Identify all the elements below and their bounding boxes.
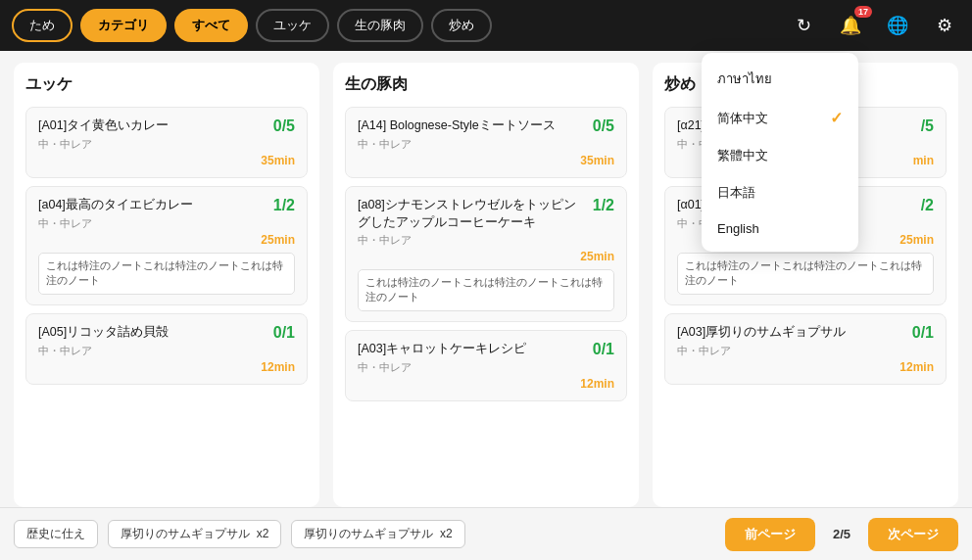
column-yukke-title: ユッケ: [25, 74, 308, 95]
card-yukke-1: [A01]タイ黄色いカレー 0/5 中・中レア 35min: [25, 107, 308, 178]
globe-icon: 🌐: [887, 15, 908, 36]
tab-raw-pork[interactable]: 生の豚肉: [337, 9, 423, 42]
card-yukke-3-title: [A05]リコッタ詰め貝殻: [38, 324, 266, 342]
globe-button[interactable]: 🌐: [882, 10, 913, 41]
footer: 歴史に仕え 厚切りのサムギョプサル x2 厚切りのサムギョプサル x2 前ページ…: [0, 507, 972, 560]
card-yukke-2-title: [a04]最高のタイエビカレー: [38, 197, 266, 214]
card-yukke-3: [A05]リコッタ詰め貝殻 0/1 中・中レア 12min: [25, 313, 308, 385]
card-pork-1-sub: 中・中レア: [358, 137, 614, 152]
card-yukke-1-time: 35min: [38, 154, 295, 167]
card-stir-3-title: [A03]厚切りのサムギョプサル: [677, 324, 904, 342]
card-stir-3: [A03]厚切りのサムギョプサル 0/1 中・中レア 12min: [664, 313, 947, 385]
card-pork-2-title: [a08]シナモンストレウゼルをトッピングしたアップルコーヒーケーキ: [358, 197, 585, 231]
card-pork-3-count: 0/1: [593, 341, 614, 358]
card-pork-2-time: 25min: [358, 250, 614, 263]
card-yukke-2-time: 25min: [38, 233, 295, 247]
card-pork-1: [A14] Bolognese-Styleミートソース 0/5 中・中レア 35…: [345, 107, 627, 178]
column-yukke: ユッケ [A01]タイ黄色いカレー 0/5 中・中レア 35min [a04]最…: [14, 63, 319, 507]
card-yukke-1-count: 0/5: [273, 117, 295, 135]
card-pork-1-time: 35min: [358, 154, 614, 167]
card-stir-3-sub: 中・中レア: [677, 344, 934, 358]
bell-button[interactable]: 🔔 17: [835, 10, 866, 41]
card-stir-1-count: /5: [921, 117, 934, 135]
next-page-button[interactable]: 次ページ: [868, 518, 958, 551]
card-yukke-2: [a04]最高のタイエビカレー 1/2 中・中レア 25min これは特注のノー…: [25, 186, 308, 305]
card-stir-2-count: /2: [921, 197, 934, 214]
prev-page-button[interactable]: 前ページ: [725, 518, 815, 551]
lang-option-thai[interactable]: ภาษาไทย: [702, 59, 858, 99]
card-pork-3-title: [A03]キャロットケーキレシピ: [358, 341, 585, 358]
settings-button[interactable]: ⚙: [929, 10, 960, 41]
card-yukke-2-sub: 中・中レア: [38, 216, 295, 231]
gear-icon: ⚙: [937, 15, 952, 36]
card-yukke-2-note: これは特注のノートこれは特注のノートこれは特注のノート: [38, 253, 295, 295]
card-pork-2-note: これは特注のノートこれは特注のノートこれは特注のノート: [358, 269, 614, 311]
card-stir-2-note: これは特注のノートこれは特注のノートこれは特注のノート: [677, 253, 934, 295]
card-yukke-3-time: 12min: [38, 360, 295, 374]
pagination: 前ページ 2/5 次ページ: [725, 518, 958, 551]
column-raw-pork-title: 生の豚肉: [345, 74, 627, 95]
tag1-label: 厚切りのサムギョプサル: [121, 527, 250, 540]
card-pork-2: [a08]シナモンストレウゼルをトッピングしたアップルコーヒーケーキ 1/2 中…: [345, 186, 627, 322]
tab-all[interactable]: すべて: [174, 9, 248, 42]
tag1-count: x2: [257, 527, 269, 540]
page-indicator: 2/5: [825, 527, 858, 541]
card-pork-2-sub: 中・中レア: [358, 233, 614, 248]
language-dropdown-container: 🌐 ภาษาไทย 简体中文 ✓ 繁體中文 日本語: [882, 10, 913, 41]
header-icons: ↻ 🔔 17 🌐 ภาษาไทย 简体中文 ✓: [788, 10, 960, 41]
card-pork-3-time: 12min: [358, 377, 614, 391]
tag1[interactable]: 厚切りのサムギョプサル x2: [108, 520, 281, 548]
tag2-label: 厚切りのサムギョプサル: [304, 527, 433, 540]
lang-option-traditional-chinese[interactable]: 繁體中文: [702, 137, 858, 174]
card-pork-1-count: 0/5: [593, 117, 614, 135]
language-dropdown: ภาษาไทย 简体中文 ✓ 繁體中文 日本語 English: [702, 53, 858, 252]
tab-yukke[interactable]: ユッケ: [256, 9, 329, 42]
lang-option-english[interactable]: English: [702, 211, 858, 246]
card-stir-3-time: 12min: [677, 360, 934, 374]
check-icon: ✓: [830, 109, 843, 127]
lang-option-simplified-chinese[interactable]: 简体中文 ✓: [702, 99, 858, 137]
card-pork-1-title: [A14] Bolognese-Styleミートソース: [358, 117, 585, 135]
card-pork-2-count: 1/2: [593, 197, 614, 214]
card-yukke-1-sub: 中・中レア: [38, 137, 295, 152]
bell-icon: 🔔: [840, 15, 861, 36]
header: ため カテゴリ すべて ユッケ 生の豚肉 炒め ↻ 🔔 17 🌐 ภาษาไทย: [0, 0, 972, 51]
tab-tame[interactable]: ため: [12, 9, 73, 42]
card-pork-3: [A03]キャロットケーキレシピ 0/1 中・中レア 12min: [345, 330, 627, 401]
card-yukke-3-sub: 中・中レア: [38, 344, 295, 358]
tag2-count: x2: [440, 527, 453, 540]
card-yukke-1-title: [A01]タイ黄色いカレー: [38, 117, 266, 135]
lang-option-japanese[interactable]: 日本語: [702, 174, 858, 211]
history-button[interactable]: 歴史に仕え: [14, 520, 98, 548]
refresh-icon: ↻: [797, 15, 811, 36]
tab-stir-fry[interactable]: 炒め: [431, 9, 492, 42]
tab-category[interactable]: カテゴリ: [80, 9, 167, 42]
card-stir-3-count: 0/1: [912, 324, 934, 342]
card-yukke-3-count: 0/1: [273, 324, 295, 342]
card-pork-3-sub: 中・中レア: [358, 360, 614, 375]
refresh-button[interactable]: ↻: [788, 10, 819, 41]
card-yukke-2-count: 1/2: [273, 197, 295, 214]
column-raw-pork: 生の豚肉 [A14] Bolognese-Styleミートソース 0/5 中・中…: [333, 63, 639, 507]
tag2[interactable]: 厚切りのサムギョプサル x2: [291, 520, 464, 548]
notification-badge: 17: [854, 6, 872, 18]
